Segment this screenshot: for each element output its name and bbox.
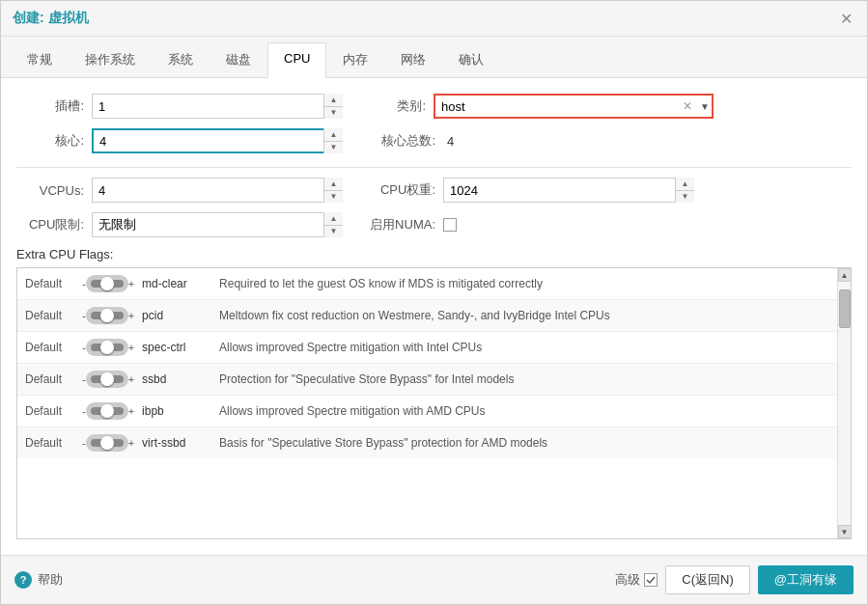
toggle-track-3[interactable]	[86, 371, 128, 388]
toggle-track-4[interactable]	[86, 402, 128, 420]
group-core: 核心: ▲ ▼	[16, 128, 343, 153]
flag-default-2: Default	[25, 341, 78, 354]
scroll-down-button[interactable]: ▼	[838, 525, 852, 538]
flag-default-1: Default	[25, 309, 78, 322]
slot-label: 插槽:	[16, 97, 84, 115]
category-wrap: ✕ ▼	[434, 94, 714, 119]
advanced-checkbox[interactable]	[644, 573, 658, 587]
flag-toggle-2[interactable]: - +	[82, 339, 134, 356]
cpu-limit-spin: ▲ ▼	[92, 212, 343, 237]
toggle-track-5[interactable]	[86, 434, 128, 452]
slot-up[interactable]: ▲	[324, 94, 343, 107]
divider1	[16, 167, 852, 168]
dialog-title: 创建: 虚拟机	[13, 10, 89, 27]
cpu-weight-arrows: ▲ ▼	[675, 178, 694, 203]
core-input[interactable]	[92, 128, 343, 153]
tab-system[interactable]: 系统	[152, 42, 210, 77]
cpu-weight-up[interactable]: ▲	[676, 178, 694, 191]
bottom-bar: ? 帮助 高级 C(返回N) @工洞有缘	[1, 555, 867, 604]
title-bar: 创建: 虚拟机 ✕	[1, 1, 867, 37]
main-dialog: 创建: 虚拟机 ✕ 常规 操作系统 系统 磁盘 CPU 内存 网络 确认 插槽:…	[0, 0, 868, 605]
toggle-track-0[interactable]	[86, 275, 128, 292]
flags-row-4: Default - + ibpb Allows improved Spectre…	[17, 396, 837, 427]
flag-toggle-1[interactable]: - +	[82, 307, 134, 324]
flag-default-5: Default	[25, 436, 78, 450]
category-dropdown-icon[interactable]: ▼	[700, 101, 710, 112]
cpu-weight-down[interactable]: ▼	[676, 191, 694, 204]
vcpus-input[interactable]	[92, 178, 343, 203]
flag-desc-1: Meltdown fix cost reduction on Westmere,…	[219, 309, 829, 322]
flag-toggle-4[interactable]: - +	[82, 402, 134, 420]
flag-name-2: spec-ctrl	[142, 341, 219, 354]
vcpus-arrows: ▲ ▼	[323, 178, 343, 203]
tab-network[interactable]: 网络	[384, 42, 442, 77]
flag-toggle-0[interactable]: - +	[82, 275, 134, 292]
flags-row-1: Default - + pcid Meltdown fix cost reduc…	[17, 300, 837, 332]
vcpus-up[interactable]: ▲	[324, 178, 343, 191]
tab-os[interactable]: 操作系统	[69, 42, 152, 77]
vcpus-down[interactable]: ▼	[324, 191, 343, 204]
flag-desc-4: Allows improved Spectre mitigation with …	[219, 404, 829, 418]
flag-desc-0: Required to let the guest OS know if MDS…	[219, 277, 829, 290]
flag-plus-icon-3: +	[128, 373, 134, 385]
cpu-limit-up[interactable]: ▲	[324, 212, 343, 226]
tab-general[interactable]: 常规	[11, 42, 69, 77]
slot-input[interactable]: 1	[92, 94, 343, 119]
flag-default-4: Default	[25, 404, 78, 418]
tab-memory[interactable]: 内存	[326, 42, 384, 77]
category-clear-icon[interactable]: ✕	[683, 99, 692, 113]
toggle-track-1[interactable]	[86, 307, 128, 324]
flag-plus-icon-4: +	[128, 405, 134, 417]
cpu-limit-down[interactable]: ▼	[324, 226, 343, 238]
row-vcpus-weight: VCPUs: ▲ ▼ CPU权重: ▲ ▼	[16, 178, 852, 203]
numa-checkbox[interactable]	[443, 218, 457, 232]
flag-desc-3: Protection for "Speculative Store Bypass…	[219, 372, 829, 386]
core-down[interactable]: ▼	[324, 142, 343, 154]
help-button[interactable]: ? 帮助	[14, 571, 63, 589]
flags-scroll-area[interactable]: Default - + md-clear Required to let the…	[17, 268, 837, 538]
row-limit-numa: CPU限制: ▲ ▼ 启用NUMA:	[16, 212, 852, 237]
core-spin: ▲ ▼	[92, 128, 343, 153]
flags-table: Default - + md-clear Required to let the…	[16, 267, 852, 539]
cpu-limit-input[interactable]	[92, 212, 343, 237]
cpu-limit-label: CPU限制:	[16, 216, 84, 234]
group-cpu-weight: CPU权重: ▲ ▼	[358, 178, 694, 203]
flags-section: Extra CPU Flags: Default - + md-clear Re…	[16, 247, 852, 539]
group-numa: 启用NUMA:	[358, 216, 457, 234]
tab-bar: 常规 操作系统 系统 磁盘 CPU 内存 网络 确认	[1, 37, 867, 78]
flags-row-2: Default - + spec-ctrl Allows improved Sp…	[17, 332, 837, 364]
flags-row-0: Default - + md-clear Required to let the…	[17, 268, 837, 300]
flag-plus-icon-1: +	[128, 310, 134, 321]
group-cpu-limit: CPU限制: ▲ ▼	[16, 212, 343, 237]
flag-plus-icon-0: +	[128, 278, 134, 289]
group-category: 类别: ✕ ▼	[358, 94, 714, 119]
ok-button[interactable]: @工洞有缘	[758, 565, 854, 594]
flag-toggle-3[interactable]: - +	[82, 371, 134, 388]
cancel-button[interactable]: C(返回N)	[665, 565, 749, 594]
toggle-track-2[interactable]	[86, 339, 128, 356]
close-button[interactable]: ✕	[836, 9, 855, 28]
flag-name-4: ibpb	[142, 404, 219, 418]
group-total-cores: 核心总数: 4	[358, 132, 454, 150]
tab-cpu[interactable]: CPU	[267, 42, 326, 78]
slot-down[interactable]: ▼	[324, 107, 343, 120]
scrollbar: ▲ ▼	[837, 268, 851, 538]
group-vcpus: VCPUs: ▲ ▼	[16, 178, 343, 203]
scroll-thumb[interactable]	[839, 289, 851, 328]
total-cores-label: 核心总数:	[358, 132, 435, 150]
row-core-total: 核心: ▲ ▼ 核心总数: 4	[16, 128, 852, 153]
row-slot-category: 插槽: 1 ▲ ▼ 类别: ✕ ▼	[16, 94, 852, 119]
flag-desc-2: Allows improved Spectre mitigation with …	[219, 341, 829, 354]
core-up[interactable]: ▲	[324, 128, 343, 142]
advanced-label: 高级	[615, 571, 640, 589]
category-input[interactable]	[434, 94, 714, 119]
scroll-track	[838, 282, 852, 525]
flags-row-5: Default - + virt-ssbd Basis for "Specula…	[17, 427, 837, 458]
tab-confirm[interactable]: 确认	[442, 42, 500, 77]
scroll-up-button[interactable]: ▲	[838, 268, 852, 282]
advanced-button[interactable]: 高级	[615, 571, 658, 589]
tab-disk[interactable]: 磁盘	[210, 42, 267, 77]
cpu-weight-input[interactable]	[443, 178, 694, 203]
flag-toggle-5[interactable]: - +	[82, 434, 134, 452]
flag-default-0: Default	[25, 277, 78, 290]
